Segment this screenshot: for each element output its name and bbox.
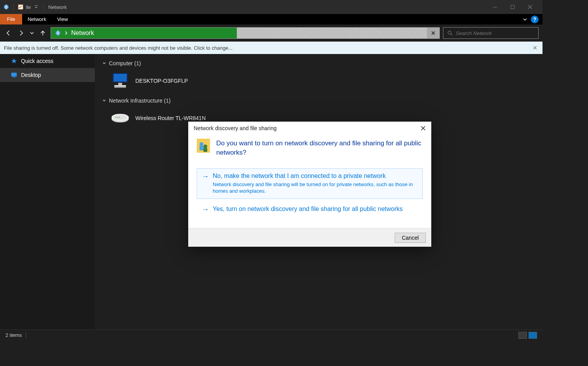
- dialog-network-discovery: Network discovery and file sharing Do yo…: [188, 122, 431, 247]
- status-bar: 2 items: [0, 329, 542, 340]
- icons-view-toggle[interactable]: [528, 332, 537, 339]
- svg-rect-24: [203, 148, 207, 152]
- star-icon: [11, 58, 17, 64]
- search-box[interactable]: [443, 27, 539, 39]
- close-button[interactable]: [521, 0, 539, 14]
- up-button[interactable]: [38, 28, 47, 38]
- svg-rect-7: [11, 73, 17, 77]
- entry-label: DESKTOP-O3FGFLP: [135, 78, 188, 84]
- group-header-label: Computer (1): [109, 60, 141, 66]
- chevron-down-icon[interactable]: [102, 98, 107, 103]
- svg-point-19: [119, 117, 120, 118]
- group-header[interactable]: Computer (1): [102, 60, 536, 66]
- arrow-right-icon: →: [202, 206, 209, 214]
- sidebar-item-desktop[interactable]: Desktop: [0, 68, 95, 82]
- ribbon-tabs: File Network View ?: [0, 14, 542, 24]
- back-button[interactable]: [4, 28, 13, 38]
- new-folder-icon[interactable]: [25, 4, 32, 10]
- dialog-close-icon[interactable]: [420, 125, 426, 131]
- svg-point-16: [113, 115, 127, 120]
- dialog-title: Network discovery and file sharing: [194, 125, 276, 131]
- arrow-right-icon: →: [202, 173, 209, 181]
- maximize-button[interactable]: [504, 0, 521, 14]
- info-bar[interactable]: File sharing is turned off. Some network…: [0, 42, 542, 54]
- option-desc: Network discovery and file sharing will …: [213, 181, 418, 195]
- entry-label: Wireless Router TL-WR841N: [135, 115, 206, 121]
- quick-access-toolbar: [3, 3, 46, 10]
- window-title: Network: [48, 4, 67, 10]
- location-network-icon: [55, 30, 61, 36]
- sidebar-item-label: Desktop: [21, 72, 41, 78]
- view-toggles: [518, 332, 537, 339]
- svg-rect-4: [511, 5, 514, 9]
- breadcrumb-network[interactable]: Network: [71, 30, 94, 37]
- customize-qat-dropdown-icon[interactable]: [33, 4, 39, 10]
- ribbon-expand-icon[interactable]: [522, 17, 528, 22]
- router-icon: [110, 109, 130, 127]
- properties-icon[interactable]: [18, 4, 24, 10]
- svg-rect-3: [493, 7, 497, 7]
- dialog-titlebar: Network discovery and file sharing: [188, 122, 431, 135]
- address-progress: [237, 28, 427, 38]
- chevron-right-icon[interactable]: [64, 31, 68, 35]
- details-view-toggle[interactable]: [518, 332, 527, 339]
- search-input[interactable]: [456, 30, 534, 36]
- svg-point-17: [116, 117, 117, 118]
- option-title: No, make the network that I am connected…: [213, 173, 418, 180]
- nav-row: Network: [0, 24, 542, 42]
- sidebar-item-quick-access[interactable]: Quick access: [0, 54, 95, 68]
- dialog-option-public[interactable]: → Yes, turn on network discovery and fil…: [197, 201, 423, 218]
- forward-button[interactable]: [16, 28, 26, 38]
- stop-refresh-button[interactable]: [427, 28, 439, 38]
- desktop-icon: [11, 72, 17, 78]
- svg-rect-2: [35, 5, 38, 6]
- group-computer: Computer (1) DESKTOP-O3FGFLP: [102, 60, 536, 91]
- view-tab[interactable]: View: [52, 14, 74, 24]
- search-icon: [447, 30, 453, 36]
- network-tab[interactable]: Network: [22, 14, 52, 24]
- status-count: 2 items: [5, 332, 22, 338]
- chevron-down-icon[interactable]: [102, 61, 107, 66]
- svg-rect-11: [118, 83, 122, 85]
- option-title: Yes, turn on network discovery and file …: [213, 206, 403, 213]
- cancel-button[interactable]: Cancel: [395, 233, 426, 243]
- minimize-button[interactable]: [486, 0, 504, 14]
- network-icon: [3, 4, 9, 10]
- info-bar-message: File sharing is turned off. Some network…: [4, 45, 233, 51]
- dialog-footer: Cancel: [188, 228, 431, 247]
- svg-rect-12: [114, 85, 126, 87]
- explorer-window: Network File Network View ? Network: [0, 0, 542, 340]
- network-sharing-icon: [197, 139, 210, 153]
- svg-rect-13: [114, 87, 126, 88]
- sidebar-item-label: Quick access: [21, 58, 53, 64]
- address-bar[interactable]: Network: [51, 27, 440, 39]
- computer-entry[interactable]: DESKTOP-O3FGFLP: [102, 70, 536, 91]
- computer-icon: [110, 72, 130, 90]
- nav-pane: Quick access Desktop: [0, 54, 95, 329]
- help-button[interactable]: ?: [531, 16, 539, 23]
- svg-rect-10: [114, 74, 127, 82]
- svg-point-6: [448, 31, 451, 34]
- titlebar: Network: [0, 0, 542, 14]
- group-header-label: Network Infrastructure (1): [109, 98, 171, 104]
- window-controls: [486, 0, 539, 14]
- svg-rect-8: [13, 77, 15, 78]
- info-bar-close-icon[interactable]: ×: [531, 44, 539, 52]
- svg-rect-23: [200, 146, 203, 150]
- svg-point-18: [117, 117, 118, 118]
- svg-point-21: [200, 142, 203, 146]
- recent-dropdown-icon[interactable]: [29, 28, 35, 38]
- dialog-heading: Do you want to turn on network discovery…: [216, 139, 423, 157]
- svg-point-22: [203, 145, 207, 148]
- dialog-option-private[interactable]: → No, make the network that I am connect…: [197, 168, 423, 199]
- group-header[interactable]: Network Infrastructure (1): [102, 98, 536, 104]
- file-tab[interactable]: File: [0, 14, 22, 24]
